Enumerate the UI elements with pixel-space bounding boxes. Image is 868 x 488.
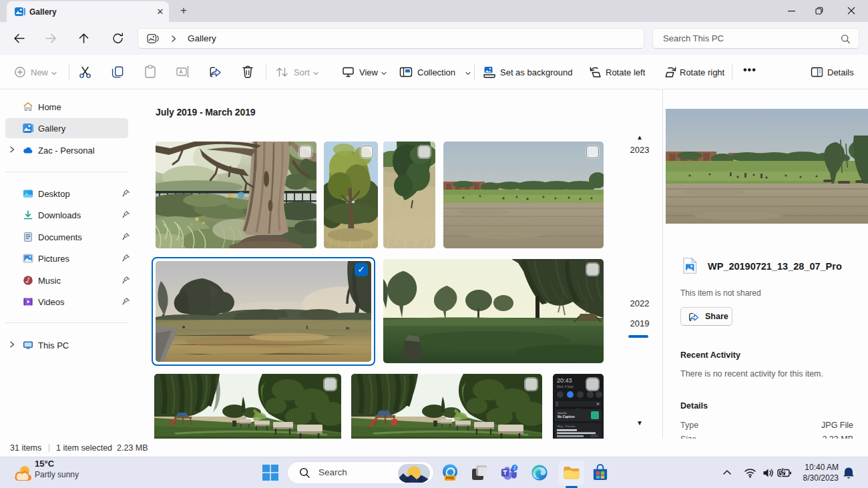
svg-text:20:43: 20:43 [557, 377, 572, 384]
svg-text:Spotify: Spotify [558, 411, 567, 415]
svg-text:Wed, 4 Sept: Wed, 4 Sept [557, 385, 574, 389]
svg-text:2: 2 [513, 465, 516, 470]
svg-text:Msg - Preview: Msg - Preview [558, 425, 576, 428]
svg-text:No Caption: No Caption [558, 415, 575, 419]
svg-text:PRE: PRE [446, 475, 455, 480]
